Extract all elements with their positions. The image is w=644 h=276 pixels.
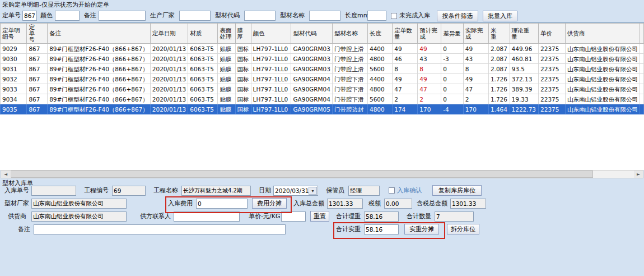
cell-note[interactable]: 89#门框型材F26-F40（866+867） [48,104,151,114]
order-row[interactable]: 903386789#门框型材F26-F40（866+867）2020/01/13… [1,84,644,94]
contact-input[interactable] [174,211,240,222]
col-detail-no[interactable]: 定单明 细号 [1,24,27,44]
filter-by-condition-button[interactable]: 按条件筛选 [437,11,478,21]
cell-material[interactable]: 6063-T5 [188,104,218,114]
cell-material[interactable]: 6063-T5 [188,54,218,64]
cell-order-no[interactable]: 867 [27,84,48,94]
cell-surface[interactable]: 贴膜 [218,104,235,114]
cell-spacer[interactable] [640,84,643,94]
cell-film[interactable]: 国标 [235,84,251,94]
cell-expected-done[interactable]: 8 [418,64,441,74]
col-meter-weight[interactable]: 米 重 [488,24,510,44]
cell-supplier[interactable]: 山东南山铝业股份有限公司 [565,44,640,54]
cell-theory-weight[interactable]: 1222.73 [510,104,538,114]
cell-expected-done[interactable]: 2 [418,94,441,104]
col-theory-weight[interactable]: 理论重 量 [510,24,538,44]
cell-profile-code[interactable]: GA90GRM03 [291,64,333,74]
cell-detail-no[interactable]: 9029 [1,44,27,54]
order-row[interactable]: 903586789#门框型材F26-F40（866+867）2020/01/13… [1,104,644,114]
receipt-no-input[interactable] [31,186,76,196]
cell-film[interactable]: 国标 [235,64,251,74]
scroll-right-icon[interactable]: ► [634,171,643,178]
col-material[interactable]: 材质 [188,24,218,44]
factory-input[interactable] [31,199,127,209]
cell-length[interactable]: 4800 [368,104,393,114]
cell-theory-weight[interactable]: 389.39 [510,84,538,94]
col-color[interactable]: 颜色 [251,24,291,44]
col-order-date[interactable]: 定单日期 [150,24,188,44]
order-row[interactable]: 903286789#门框型材F26-F40（866+867）2020/01/13… [1,74,644,84]
cell-supplier[interactable]: 山东南山铝业股份有限公司 [565,104,640,114]
copy-warehouse-button[interactable]: 复制库房库位 [432,185,482,196]
cell-diff[interactable]: -4 [441,104,464,114]
cell-actual-done[interactable]: 49 [463,74,488,84]
cell-supplier[interactable]: 山东南山铝业股份有限公司 [565,54,640,64]
inbound-confirm-checkbox[interactable] [389,187,395,194]
cell-order-qty[interactable]: 47 [393,84,418,94]
order-row[interactable]: 903486789#门框型材F26-F40（866+867）2020/01/13… [1,94,644,104]
cell-unit-price[interactable]: 22375 [539,94,566,104]
cell-expected-done[interactable]: 43 [418,54,441,64]
cell-actual-done[interactable]: 8 [463,64,488,74]
cell-meter-weight[interactable]: 1.726 [488,74,510,84]
cell-profile-name[interactable]: 门带腔下滑 [332,74,367,84]
col-length[interactable]: 长度 [368,24,393,44]
fee-input[interactable] [196,199,248,209]
cell-order-date[interactable]: 2020/01/13 [150,74,188,84]
cell-diff[interactable]: 0 [441,74,464,84]
split-location-button[interactable]: 拆分库位 [447,224,479,234]
cell-material[interactable]: 6063-T5 [188,94,218,104]
cell-detail-no[interactable]: 9035 [1,104,27,114]
cell-profile-code[interactable]: GA90GRM04 [291,94,333,104]
cell-meter-weight[interactable]: 1.726 [488,84,510,94]
unit-price-input[interactable] [281,211,306,222]
cell-actual-done[interactable]: 2 [463,94,488,104]
cell-profile-name[interactable]: 门带腔上滑 [332,64,367,74]
cell-supplier[interactable]: 山东南山铝业股份有限公司 [565,64,640,74]
cell-unit-price[interactable]: 22375 [539,44,566,54]
cell-meter-weight[interactable]: 2.087 [488,64,510,74]
col-profile-code[interactable]: 型材代码 [291,24,333,44]
cell-meter-weight[interactable]: 1.464 [488,104,510,114]
date-field[interactable]: 2020/03/31 ▾ [273,186,318,196]
cell-order-date[interactable]: 2020/01/13 [150,104,188,114]
cell-note[interactable]: 89#门框型材F26-F40（866+867） [48,64,151,74]
calendar-dropdown-icon[interactable]: ▾ [309,187,317,195]
col-diff[interactable]: 差异量 [441,24,464,44]
cell-supplier[interactable]: 山东南山铝业股份有限公司 [565,74,640,84]
cell-profile-code[interactable]: GA90GRM04 [291,84,333,94]
col-order-no[interactable]: 定 单 号 [27,24,48,44]
cell-spacer[interactable] [640,104,643,114]
col-spacer[interactable] [640,24,643,44]
cell-unit-price[interactable]: 22375 [539,84,566,94]
scroll-left-icon[interactable]: ◄ [1,171,10,178]
actual-share-button[interactable]: 实重分摊 [404,224,439,234]
cell-expected-done[interactable]: 49 [418,74,441,84]
cell-film[interactable]: 国标 [235,54,251,64]
cell-diff[interactable]: 0 [441,94,464,104]
cell-detail-no[interactable]: 9030 [1,54,27,64]
cell-expected-done[interactable]: 170 [418,104,441,114]
order-row[interactable]: 903086789#门框型材F26-F40（866+867）2020/01/13… [1,54,644,64]
cell-unit-price[interactable]: 22375 [539,74,566,84]
cell-order-date[interactable]: 2020/01/13 [150,64,188,74]
scrollbar-thumb[interactable] [11,171,593,178]
cell-material[interactable]: 6063-T5 [188,84,218,94]
cell-meter-weight[interactable]: 1.726 [488,94,510,104]
batch-inbound-button[interactable]: 批量入库 [483,11,517,21]
cell-spacer[interactable] [640,94,643,104]
cell-order-qty[interactable]: 49 [393,44,418,54]
cell-profile-code[interactable]: GA90GRM03 [291,44,333,54]
cell-order-date[interactable]: 2020/01/13 [150,44,188,54]
cell-order-qty[interactable]: 174 [393,104,418,114]
cell-material[interactable]: 6063-T5 [188,64,218,74]
cell-note[interactable]: 89#门框型材F26-F40（866+867） [48,84,151,94]
cell-order-no[interactable]: 867 [27,104,48,114]
cell-surface[interactable]: 贴膜 [218,54,235,64]
cell-length[interactable]: 4800 [368,84,393,94]
cell-detail-no[interactable]: 9033 [1,84,27,94]
cell-diff[interactable]: 0 [441,84,464,94]
cell-note[interactable]: 89#门框型材F26-F40（866+867） [48,44,151,54]
cell-material[interactable]: 6063-T5 [188,44,218,54]
cell-unit-price[interactable]: 22375 [539,54,566,64]
